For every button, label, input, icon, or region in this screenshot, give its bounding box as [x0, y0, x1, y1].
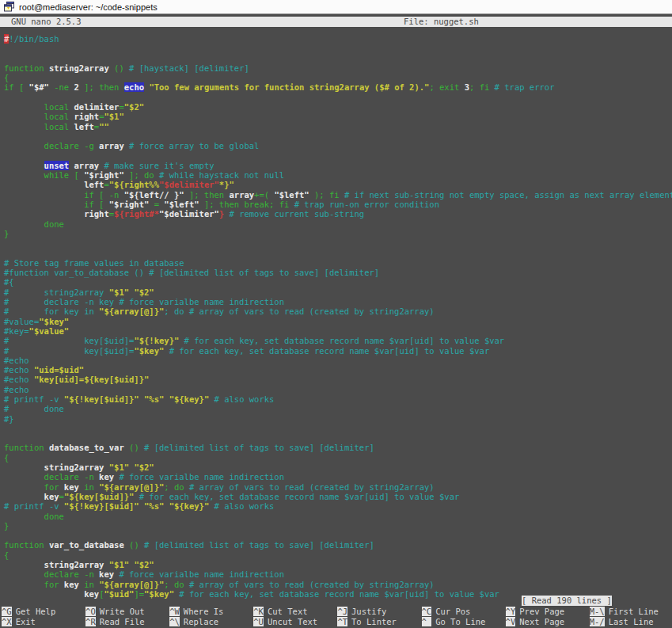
shortcut-key: ^U [253, 617, 264, 626]
putty-window: root@mediaserver: ~/code-snippets GNU na… [0, 0, 672, 628]
code-line [4, 44, 672, 53]
title-bar[interactable]: root@mediaserver: ~/code-snippets [0, 0, 672, 14]
code-line: #echo [4, 356, 672, 365]
shortcut-uncut-text: ^UUncut Text [253, 617, 317, 627]
code-line: declare -g array # force array to be glo… [4, 141, 672, 150]
shortcut-key: ^V [506, 617, 516, 626]
shortcut-label: Last Line [609, 617, 654, 626]
code-line: declare -n key # force varialbe name ind… [4, 569, 672, 579]
shortcut-label: Go To Line [435, 617, 485, 626]
shortcut-label: Where Is [184, 607, 224, 616]
shortcut-last-line: M-/Last Line [590, 617, 654, 627]
window-title: root@mediaserver: ~/code-snippets [19, 2, 158, 12]
code-line: #echo "key[uid]=${key[$uid]}" [4, 375, 672, 384]
code-line: left="${right%%"$delimiter"*}" [4, 180, 672, 189]
shortcut-key: ^Y [506, 607, 516, 616]
code-line: } [4, 229, 672, 238]
shortcut-row-1: ^GGet Help^OWrite Out^WWhere Is^KCut Tex… [0, 607, 672, 617]
code-line: # string2array "$1" "$2" [4, 287, 672, 297]
code-line: key="${key[$uid]}" # for each key, set d… [4, 492, 672, 501]
code-line: done [4, 219, 672, 229]
code-line: for key in "${array[@]}"; do # array of … [4, 482, 672, 492]
shortcut-key: ^K [253, 607, 264, 616]
code-line: } [4, 521, 672, 531]
shortcut-first-line: M-\First Line [590, 607, 659, 617]
shortcut-to-linter: ^TTo Linter [337, 617, 397, 627]
code-line [4, 131, 672, 141]
code-line: function string2array () # [haystack] [d… [4, 63, 672, 73]
code-line: #value="$key" [4, 317, 672, 326]
shortcut-label: Get Help [16, 607, 56, 616]
code-line: #} [4, 414, 672, 424]
shortcut-label: Replace [184, 617, 218, 626]
code-line: { [4, 73, 672, 82]
shortcut-label: Prev Page [519, 607, 564, 616]
code-line: local right="$1" [4, 112, 672, 121]
code-line: #key="$value" [4, 326, 672, 336]
code-line [4, 531, 672, 540]
shortcut-label: To Linter [351, 617, 397, 626]
code-line: string2array "$1" "$2" [4, 560, 672, 569]
shortcut-key: M-/ [590, 617, 605, 626]
shortcut-row-2: ^XExit^RRead File^\Replace^UUncut Text^T… [0, 617, 672, 627]
shortcut-go-to-line: ^_Go To Line [422, 617, 486, 627]
shortcut-key: ^J [337, 607, 347, 616]
code-line: # printf -v "${!key[$uid]}" "%s" "${key}… [4, 394, 672, 404]
code-line: done [4, 512, 672, 521]
shortcut-label: Next Page [519, 617, 564, 626]
code-line: for key in "${array[@]}"; do # array of … [4, 580, 672, 589]
shortcut-read-file: ^RRead File [85, 617, 145, 627]
shortcut-next-page: ^VNext Page [506, 617, 565, 627]
shortcut-key: ^_ [422, 617, 432, 626]
code-line: function var_to_database () # [delimited… [4, 540, 672, 550]
shortcut-label: Exit [16, 617, 36, 626]
code-line: if [ -n "${left// }" ]; then array+=( "$… [4, 190, 672, 200]
shortcut-key: M-\ [590, 607, 605, 616]
shortcut-label: Cur Pos [435, 607, 470, 616]
code-line: #!/bin/bash [4, 34, 672, 44]
code-line: declare -n key # force varialbe name ind… [4, 472, 672, 481]
code-line: #echo [4, 385, 672, 394]
shortcut-replace: ^\Replace [169, 617, 218, 627]
putty-icon[interactable] [4, 2, 14, 12]
code-line: if [ "$#" -ne 2 ]; then echo "Too few ar… [4, 82, 672, 92]
shortcut-key: ^G [2, 607, 12, 616]
code-line: while [ "$right" ]; do # while haystack … [4, 170, 672, 180]
shortcut-prev-page: ^YPrev Page [506, 607, 565, 617]
nano-header-bar: GNU nano 2.5.3 File: nugget.sh [0, 17, 672, 27]
shortcut-cur-pos: ^CCur Pos [422, 607, 471, 617]
shortcut-write-out: ^OWrite Out [85, 607, 145, 617]
nano-file-label: File: nugget.sh [404, 17, 479, 27]
code-line [4, 93, 672, 102]
code-line: # printf -v "${!key}[$uid]" "%s" "${key}… [4, 501, 672, 511]
shortcut-label: Write Out [100, 607, 145, 616]
shortcut-get-help: ^GGet Help [2, 607, 55, 617]
shortcut-cut-text: ^KCut Text [253, 607, 307, 617]
code-line: #{ [4, 277, 672, 287]
code-line: { [4, 453, 672, 462]
code-line: local delimiter="$2" [4, 102, 672, 112]
nano-version-label: GNU nano 2.5.3 [11, 17, 82, 27]
code-line [4, 424, 672, 433]
shortcut-key: ^R [85, 617, 96, 626]
shortcut-label: Cut Text [268, 607, 308, 616]
code-line: #echo "uid=$uid" [4, 365, 672, 375]
code-line: # done [4, 404, 672, 413]
code-line: unset array # make sure it's empty [4, 161, 672, 170]
code-line [4, 249, 672, 258]
shortcut-label: Read File [100, 617, 145, 626]
editor-text-area[interactable]: #!/bin/bashfunction string2array () # [h… [4, 34, 672, 599]
shortcut-justify: ^JJustify [337, 607, 386, 617]
code-line: # declare -n key # force varialbe name i… [4, 297, 672, 306]
shortcut-key: ^O [85, 607, 96, 616]
code-line [4, 433, 672, 443]
code-line: # for key in "${array[@]}"; do # array o… [4, 306, 672, 316]
code-line: #function var_to_database () # [delimite… [4, 268, 672, 277]
code-line: if [ "$right" = "$left" ]; then break; f… [4, 200, 672, 209]
code-line [4, 54, 672, 63]
shortcut-label: Justify [351, 607, 386, 616]
code-line: # key[$uid]="${!key}" # for each key, se… [4, 336, 672, 345]
code-line: local left="" [4, 122, 672, 131]
shortcut-key: ^T [337, 617, 347, 626]
code-line [4, 238, 672, 248]
